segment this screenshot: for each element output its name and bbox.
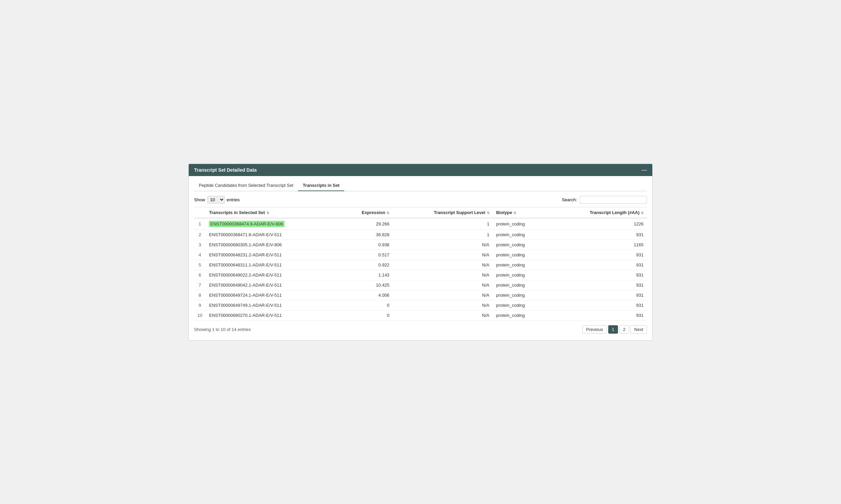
cell-length-1: 931 <box>550 230 647 239</box>
cell-expression-5: 1.143 <box>338 270 393 280</box>
search-input[interactable] <box>580 196 647 204</box>
cell-biotype-5: protein_coding <box>493 270 550 280</box>
cell-support-level-4: N/A <box>393 260 493 270</box>
cell-expression-3: 0.517 <box>338 250 393 260</box>
table-body: 1ENST00000368474.9-ADAR-E/V-80629.2661pr… <box>194 218 647 321</box>
table-header-row: Transcripts in Selected Set⇅Expression⇅T… <box>194 207 647 218</box>
cell-row-num-6: 7 <box>194 280 206 290</box>
cell-length-3: 931 <box>550 250 647 260</box>
cell-row-num-0: 1 <box>194 218 206 230</box>
tabs-container: Peptide Candidates from Selected Transcr… <box>194 180 647 191</box>
col-header-4[interactable]: Biotype⇅ <box>493 207 550 218</box>
sort-icon-1: ⇅ <box>267 211 269 215</box>
table-row[interactable]: 3ENST00000680305.1-ADAR-E/V-8060.938N/Ap… <box>194 239 647 250</box>
cell-expression-0: 29.266 <box>338 218 393 230</box>
cell-support-level-2: N/A <box>393 239 493 250</box>
search-box: Search: <box>562 196 647 204</box>
page-button-0[interactable]: 1 <box>608 325 618 334</box>
cell-transcript-3: ENST00000648231.2-ADAR-E/V-511 <box>206 250 338 260</box>
cell-length-8: 931 <box>550 300 647 310</box>
outer-wrapper: Transcript Set Detailed Data — Peptide C… <box>188 164 653 341</box>
col-header-0 <box>194 207 206 218</box>
cell-expression-2: 0.938 <box>338 239 393 250</box>
cell-length-0: 1226 <box>550 218 647 230</box>
cell-biotype-0: protein_coding <box>493 218 550 230</box>
table-row[interactable]: 9ENST00000649749.1-ADAR-E/V-5110N/Aprote… <box>194 300 647 310</box>
table-row[interactable]: 4ENST00000648231.2-ADAR-E/V-5110.517N/Ap… <box>194 250 647 260</box>
cell-length-5: 931 <box>550 270 647 280</box>
table-row[interactable]: 6ENST00000649022.2-ADAR-E/V-5111.143N/Ap… <box>194 270 647 280</box>
data-table: Transcripts in Selected Set⇅Expression⇅T… <box>194 207 647 321</box>
col-header-5[interactable]: Transcript Length (#AA)⇅ <box>550 207 647 218</box>
cell-row-num-2: 3 <box>194 239 206 250</box>
col-header-1[interactable]: Transcripts in Selected Set⇅ <box>206 207 338 218</box>
cell-biotype-3: protein_coding <box>493 250 550 260</box>
table-row[interactable]: 5ENST00000648311.1-ADAR-E/V-5110.922N/Ap… <box>194 260 647 270</box>
cell-length-6: 931 <box>550 280 647 290</box>
showing-text: Showing 1 to 10 of 14 entries <box>194 327 251 332</box>
sort-icon-4: ⇅ <box>513 211 516 215</box>
sort-icon-5: ⇅ <box>641 211 643 215</box>
col-header-3[interactable]: Transcript Support Level⇅ <box>393 207 493 218</box>
cell-expression-9: 0 <box>338 310 393 320</box>
show-entries: Show 102550100 entries <box>194 196 240 204</box>
cell-length-9: 931 <box>550 310 647 320</box>
cell-biotype-6: protein_coding <box>493 280 550 290</box>
sort-icon-3: ⇅ <box>487 211 490 215</box>
cell-length-2: 1165 <box>550 239 647 250</box>
cell-transcript-4: ENST00000648311.1-ADAR-E/V-511 <box>206 260 338 270</box>
cell-support-level-5: N/A <box>393 270 493 280</box>
cell-support-level-3: N/A <box>393 250 493 260</box>
cell-support-level-6: N/A <box>393 280 493 290</box>
cell-biotype-9: protein_coding <box>493 310 550 320</box>
panel-header: Transcript Set Detailed Data — <box>189 164 652 176</box>
entries-select[interactable]: 102550100 <box>207 196 225 204</box>
cell-transcript-5: ENST00000649022.2-ADAR-E/V-511 <box>206 270 338 280</box>
cell-row-num-7: 8 <box>194 290 206 300</box>
cell-length-7: 931 <box>550 290 647 300</box>
cell-expression-4: 0.922 <box>338 260 393 270</box>
tab-1[interactable]: Transcripts in Set <box>298 180 344 191</box>
cell-support-level-9: N/A <box>393 310 493 320</box>
cell-support-level-8: N/A <box>393 300 493 310</box>
cell-transcript-9: ENST00000680270.1-ADAR-E/V-511 <box>206 310 338 320</box>
table-head: Transcripts in Selected Set⇅Expression⇅T… <box>194 207 647 218</box>
panel-body: Peptide Candidates from Selected Transcr… <box>189 176 652 340</box>
cell-biotype-7: protein_coding <box>493 290 550 300</box>
cell-row-num-9: 10 <box>194 310 206 320</box>
cell-biotype-2: protein_coding <box>493 239 550 250</box>
cell-expression-1: 36.828 <box>338 230 393 239</box>
cell-transcript-1: ENST00000368471.8-ADAR-E/V-511 <box>206 230 338 239</box>
cell-transcript-7: ENST00000649724.1-ADAR-E/V-511 <box>206 290 338 300</box>
tab-0[interactable]: Peptide Candidates from Selected Transcr… <box>194 180 298 191</box>
entries-label: entries <box>227 197 240 202</box>
prev-button[interactable]: Previous <box>582 325 607 334</box>
page-button-1[interactable]: 2 <box>619 325 629 334</box>
highlighted-transcript-0: ENST00000368474.9-ADAR-E/V-806 <box>209 221 284 227</box>
cell-row-num-4: 5 <box>194 260 206 270</box>
panel-title: Transcript Set Detailed Data <box>194 167 257 173</box>
minimize-button[interactable]: — <box>641 167 647 173</box>
next-button[interactable]: Next <box>631 325 647 334</box>
table-row[interactable]: 2ENST00000368471.8-ADAR-E/V-51136.8281pr… <box>194 230 647 239</box>
cell-biotype-1: protein_coding <box>493 230 550 239</box>
show-label: Show <box>194 197 205 202</box>
panel: Transcript Set Detailed Data — Peptide C… <box>188 164 653 341</box>
cell-expression-6: 10.425 <box>338 280 393 290</box>
table-row[interactable]: 8ENST00000649724.1-ADAR-E/V-5114.006N/Ap… <box>194 290 647 300</box>
cell-expression-7: 4.006 <box>338 290 393 300</box>
table-row[interactable]: 1ENST00000368474.9-ADAR-E/V-80629.2661pr… <box>194 218 647 230</box>
cell-length-4: 931 <box>550 260 647 270</box>
cell-transcript-2: ENST00000680305.1-ADAR-E/V-806 <box>206 239 338 250</box>
col-header-2[interactable]: Expression⇅ <box>338 207 393 218</box>
controls-row: Show 102550100 entries Search: <box>194 196 647 204</box>
cell-biotype-8: protein_coding <box>493 300 550 310</box>
table-row[interactable]: 7ENST00000649042.1-ADAR-E/V-51110.425N/A… <box>194 280 647 290</box>
cell-row-num-8: 9 <box>194 300 206 310</box>
cell-expression-8: 0 <box>338 300 393 310</box>
pagination: Previous12Next <box>582 325 647 334</box>
table-row[interactable]: 10ENST00000680270.1-ADAR-E/V-5110N/Aprot… <box>194 310 647 320</box>
cell-support-level-1: 1 <box>393 230 493 239</box>
cell-row-num-1: 2 <box>194 230 206 239</box>
cell-biotype-4: protein_coding <box>493 260 550 270</box>
